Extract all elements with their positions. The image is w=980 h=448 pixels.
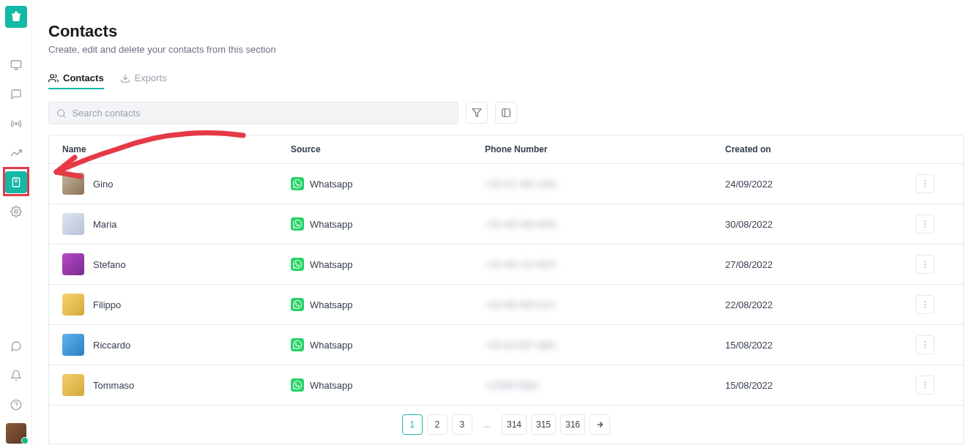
more-vertical-icon: [920, 340, 930, 350]
row-actions-button[interactable]: [916, 174, 935, 193]
app-logo[interactable]: [5, 6, 27, 28]
svg-point-28: [924, 307, 926, 308]
svg-point-12: [58, 109, 64, 116]
contact-avatar: [62, 374, 84, 396]
filter-icon: [472, 108, 482, 118]
contact-phone: +39 349 232 9815: [485, 260, 556, 270]
svg-point-27: [924, 304, 926, 305]
svg-point-22: [924, 226, 926, 228]
table-header: Name Source Phone Number Created on: [49, 135, 963, 164]
table-row[interactable]: Maria Whatsapp +39 345 586 9555 30/08/20…: [49, 204, 963, 244]
nav-settings-icon[interactable]: [5, 201, 27, 223]
svg-line-13: [63, 115, 64, 116]
contact-source: Whatsapp: [310, 259, 353, 270]
contact-avatar: [62, 173, 84, 195]
col-header-source: Source: [291, 144, 485, 154]
filter-button[interactable]: [466, 102, 488, 124]
row-actions-button[interactable]: [916, 376, 935, 395]
users-icon: [48, 73, 59, 83]
svg-marker-14: [472, 109, 481, 117]
nav-whatsapp-icon[interactable]: [5, 335, 27, 357]
contact-name: Filippo: [93, 299, 121, 310]
contact-created: 30/08/2022: [725, 219, 773, 230]
page-button[interactable]: 315: [531, 414, 556, 435]
tab-contacts[interactable]: Contacts: [48, 68, 104, 89]
contact-avatar: [62, 334, 84, 356]
page-title: Contacts: [48, 22, 964, 41]
more-vertical-icon: [920, 179, 930, 189]
page-ellipsis: ...: [477, 414, 497, 435]
row-actions-button[interactable]: [916, 255, 935, 274]
sidebar: [0, 0, 32, 448]
more-vertical-icon: [920, 259, 930, 269]
page-button[interactable]: 314: [502, 414, 527, 435]
contact-created: 27/08/2022: [725, 259, 773, 270]
main-content: Contacts Create, edit and delete your co…: [32, 0, 980, 448]
svg-point-3: [15, 123, 17, 125]
page-next-button[interactable]: [590, 414, 610, 435]
table-row[interactable]: Stefano Whatsapp +39 349 232 9815 27/08/…: [49, 244, 963, 285]
page-button[interactable]: 3: [452, 414, 472, 435]
contact-source: Whatsapp: [310, 219, 353, 230]
page-button[interactable]: 1: [402, 414, 423, 435]
row-actions-button[interactable]: [916, 214, 935, 234]
whatsapp-icon: [291, 258, 304, 271]
contact-name: Gino: [93, 179, 113, 190]
search-input[interactable]: [72, 108, 450, 119]
search-box[interactable]: [48, 102, 459, 124]
more-vertical-icon: [920, 219, 930, 229]
nav-notifications-icon[interactable]: [5, 365, 27, 387]
contact-avatar: [62, 294, 84, 316]
svg-point-31: [924, 347, 926, 348]
table-row[interactable]: Gino Whatsapp +39 331 365 1388 24/09/202…: [49, 164, 963, 204]
table-row[interactable]: Riccardo Whatsapp +39 329 897 0882 15/08…: [49, 325, 963, 365]
nav-analytics-icon[interactable]: [5, 142, 27, 164]
contact-created: 24/09/2022: [725, 179, 773, 190]
whatsapp-icon: [291, 177, 304, 190]
contact-name: Stefano: [93, 259, 126, 270]
table-row[interactable]: Tommaso Whatsapp +3298970882 15/08/2022: [49, 365, 963, 405]
contact-phone: +39 345 586 9555: [485, 220, 556, 230]
svg-point-19: [924, 186, 926, 187]
contact-source: Whatsapp: [310, 380, 353, 391]
contact-avatar: [62, 213, 84, 235]
svg-point-26: [924, 301, 926, 302]
table-row[interactable]: Filippo Whatsapp +39 389 889 8147 22/08/…: [49, 285, 963, 325]
contact-phone: +39 331 365 1388: [485, 179, 556, 190]
contact-avatar: [62, 253, 84, 275]
col-header-phone: Phone Number: [485, 144, 725, 154]
svg-point-30: [924, 344, 926, 346]
nav-help-icon[interactable]: [5, 394, 27, 416]
nav-contacts-icon[interactable]: [5, 171, 27, 193]
contact-created: 22/08/2022: [725, 299, 773, 310]
tab-label: Exports: [135, 72, 167, 83]
svg-point-34: [924, 387, 926, 389]
columns-button[interactable]: [495, 102, 517, 124]
page-button[interactable]: 316: [560, 414, 585, 435]
svg-point-10: [51, 74, 54, 78]
nav-chat-icon[interactable]: [5, 83, 27, 105]
columns-icon: [501, 108, 511, 118]
contact-phone: +39 329 897 0882: [485, 340, 556, 351]
contact-name: Tommaso: [93, 380, 134, 391]
whatsapp-icon: [291, 378, 304, 392]
col-header-created: Created on: [725, 144, 916, 154]
whatsapp-icon: [291, 217, 304, 231]
row-actions-button[interactable]: [916, 295, 935, 314]
tab-exports[interactable]: Exports: [120, 68, 167, 89]
page-button[interactable]: 2: [427, 414, 448, 435]
contact-name: Riccardo: [93, 340, 130, 351]
contacts-table: Name Source Phone Number Created on Gino…: [48, 135, 964, 406]
row-actions-button[interactable]: [916, 335, 935, 354]
user-avatar[interactable]: [6, 423, 26, 444]
more-vertical-icon: [920, 380, 930, 390]
contact-source: Whatsapp: [310, 179, 353, 190]
svg-point-18: [924, 183, 926, 184]
nav-broadcast-icon[interactable]: [5, 113, 27, 135]
contact-source: Whatsapp: [310, 299, 353, 310]
svg-point-7: [15, 210, 18, 213]
svg-point-29: [924, 341, 926, 343]
tabs: Contacts Exports: [48, 68, 964, 90]
svg-point-24: [924, 264, 926, 265]
nav-desktop-icon[interactable]: [5, 54, 27, 76]
